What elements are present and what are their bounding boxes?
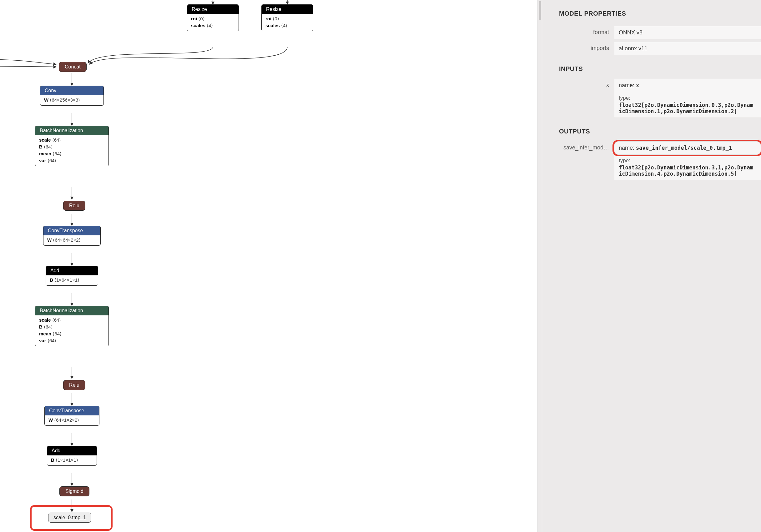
node-header: Conv xyxy=(40,86,103,95)
output-type[interactable]: type: float32[p2o.DynamicDimension.3,1,p… xyxy=(614,154,761,180)
prop-key: format xyxy=(542,26,614,36)
param-label: roi xyxy=(265,16,271,21)
spacer xyxy=(542,95,614,98)
param-dim: ⟨64⟩ xyxy=(52,317,61,323)
param-label: scale xyxy=(39,137,51,142)
input-name[interactable]: name: x xyxy=(614,79,761,92)
output-row: save_infer_mod… name: save_infer_model/s… xyxy=(542,141,761,155)
param-label: mean xyxy=(39,151,51,156)
param-dim: ⟨0⟩ xyxy=(198,16,205,21)
param-label: B xyxy=(39,144,42,149)
param-dim: ⟨64⟩ xyxy=(52,151,62,156)
param-label: W xyxy=(48,417,53,423)
graph-canvas[interactable]: Resize roi ⟨0⟩ scales ⟨4⟩ Resize roi ⟨0⟩… xyxy=(0,0,537,532)
param-dim: ⟨64×256×3×3⟩ xyxy=(50,97,80,102)
param-dim: ⟨1×1×1×1⟩ xyxy=(56,457,78,463)
type-label: type: xyxy=(619,95,756,101)
node-header: BatchNormalization xyxy=(35,306,108,315)
section-heading-model-properties: MODEL PROPERTIES xyxy=(542,8,761,24)
param-dim: ⟨0⟩ xyxy=(273,16,279,21)
param-dim: ⟨64⟩ xyxy=(47,158,57,163)
node-convtranspose-2[interactable]: ConvTranspose W ⟨64×1×2×2⟩ xyxy=(44,406,99,426)
node-header: ConvTranspose xyxy=(45,406,99,415)
node-conv[interactable]: Conv W ⟨64×256×3×3⟩ xyxy=(40,86,104,106)
type-value: float32[p2o.DynamicDimension.3,1,p2o.Dyn… xyxy=(619,164,756,177)
prop-key: imports xyxy=(542,42,614,52)
param-label: B xyxy=(39,324,42,330)
param-dim: ⟨64⟩ xyxy=(44,144,53,149)
section-heading-outputs: OUTPUTS xyxy=(542,120,761,139)
splitter[interactable] xyxy=(537,0,542,532)
param-dim: ⟨1×64×1×1⟩ xyxy=(54,277,80,283)
node-add-1[interactable]: Add B ⟨1×64×1×1⟩ xyxy=(46,266,98,286)
param-dim: ⟨4⟩ xyxy=(281,23,287,28)
param-label: mean xyxy=(39,331,51,336)
output-row-type: type: float32[p2o.DynamicDimension.3,1,p… xyxy=(542,157,761,180)
input-row-x: x name: x xyxy=(542,79,761,92)
param-dim: ⟨64⟩ xyxy=(47,338,57,343)
prop-val[interactable]: ai.onnx v11 xyxy=(614,42,761,55)
name-value: x xyxy=(636,82,639,88)
param-dim: ⟨64×1×2×2⟩ xyxy=(54,417,79,423)
param-label: W xyxy=(44,97,48,102)
type-value: float32[p2o.DynamicDimension.0,3,p2o.Dyn… xyxy=(619,102,756,114)
param-label: W xyxy=(47,237,52,242)
prop-row-format: format ONNX v8 xyxy=(542,26,761,39)
param-label: scales xyxy=(191,23,205,28)
param-dim: ⟨4⟩ xyxy=(207,23,213,28)
prop-row-imports: imports ai.onnx v11 xyxy=(542,42,761,55)
type-label: type: xyxy=(619,158,756,164)
param-label: scales xyxy=(265,23,280,28)
node-relu-2[interactable]: Relu xyxy=(63,380,86,390)
node-header: Add xyxy=(47,446,96,455)
input-key: x xyxy=(542,79,614,88)
param-dim: ⟨64⟩ xyxy=(52,137,61,142)
section-heading-inputs: INPUTS xyxy=(542,58,761,76)
node-resize-1[interactable]: Resize roi ⟨0⟩ scales ⟨4⟩ xyxy=(187,4,239,31)
node-header: Resize xyxy=(187,5,239,14)
output-key: save_infer_mod… xyxy=(542,141,614,151)
param-dim: ⟨64⟩ xyxy=(52,331,62,336)
spacer xyxy=(542,157,614,160)
node-header: BatchNormalization xyxy=(35,126,108,135)
name-label: name: xyxy=(619,82,636,88)
node-relu-1[interactable]: Relu xyxy=(63,201,86,211)
param-label: roi xyxy=(191,16,197,21)
name-value: save_infer_model/scale_0.tmp_1 xyxy=(636,145,732,151)
param-dim: ⟨64⟩ xyxy=(44,324,53,330)
node-concat[interactable]: Concat xyxy=(59,62,87,72)
node-header: Add xyxy=(46,266,98,275)
node-header: ConvTranspose xyxy=(43,226,100,236)
node-add-2[interactable]: Add B ⟨1×1×1×1⟩ xyxy=(47,446,97,466)
node-sigmoid[interactable]: Sigmoid xyxy=(59,486,89,496)
param-label: var xyxy=(39,158,46,163)
output-name[interactable]: name: save_infer_model/scale_0.tmp_1 xyxy=(614,141,761,155)
param-label: B xyxy=(51,457,54,463)
node-convtranspose-1[interactable]: ConvTranspose W ⟨64×64×2×2⟩ xyxy=(43,226,101,246)
node-resize-2[interactable]: Resize roi ⟨0⟩ scales ⟨4⟩ xyxy=(262,4,313,31)
node-batchnorm-2[interactable]: BatchNormalization scale ⟨64⟩ B ⟨64⟩ mea… xyxy=(35,306,109,346)
name-label: name: xyxy=(619,145,636,151)
output-tensor-pill[interactable]: scale_0.tmp_1 xyxy=(48,512,91,523)
prop-val[interactable]: ONNX v8 xyxy=(614,26,761,39)
input-row-x-type: type: float32[p2o.DynamicDimension.0,3,p… xyxy=(542,95,761,118)
properties-panel: MODEL PROPERTIES format ONNX v8 imports … xyxy=(542,0,761,532)
input-type[interactable]: type: float32[p2o.DynamicDimension.0,3,p… xyxy=(614,92,761,118)
param-dim: ⟨64×64×2×2⟩ xyxy=(53,237,80,242)
param-label: var xyxy=(39,338,46,343)
param-label: scale xyxy=(39,317,51,323)
node-batchnorm-1[interactable]: BatchNormalization scale ⟨64⟩ B ⟨64⟩ mea… xyxy=(35,126,109,166)
node-header: Resize xyxy=(262,5,313,14)
param-label: B xyxy=(50,277,53,283)
